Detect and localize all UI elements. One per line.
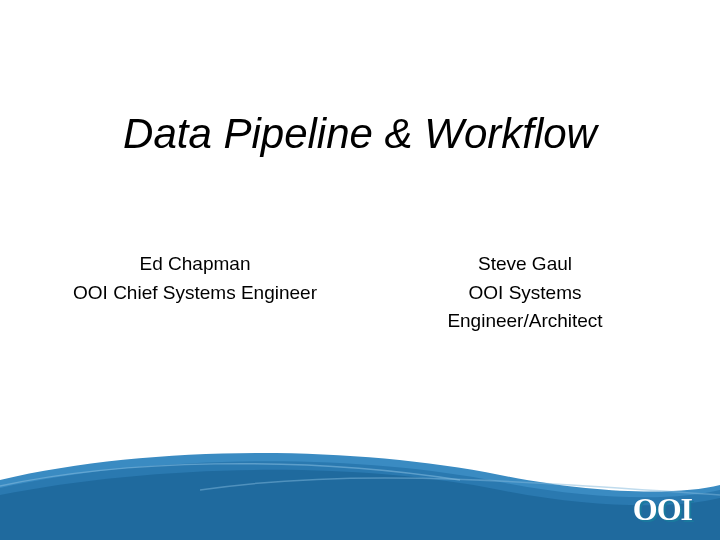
footer-wave	[0, 440, 720, 540]
author-block: Ed Chapman OOI Chief Systems Engineer	[60, 250, 330, 336]
slide: Data Pipeline & Workflow Ed Chapman OOI …	[0, 0, 720, 540]
author-role: OOI Chief Systems Engineer	[60, 279, 330, 308]
author-block: Steve Gaul OOI Systems Engineer/Architec…	[390, 250, 660, 336]
author-role: OOI Systems Engineer/Architect	[390, 279, 660, 336]
ooi-logo: OOI	[633, 491, 692, 528]
author-name: Ed Chapman	[60, 250, 330, 279]
slide-title: Data Pipeline & Workflow	[0, 110, 720, 158]
authors-row: Ed Chapman OOI Chief Systems Engineer St…	[0, 250, 720, 336]
author-name: Steve Gaul	[390, 250, 660, 279]
wave-icon	[0, 440, 720, 540]
